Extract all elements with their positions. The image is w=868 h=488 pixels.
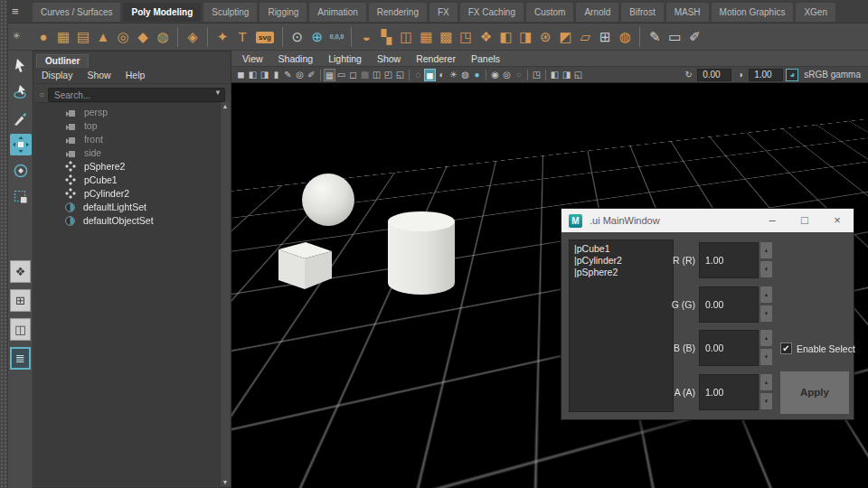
- outliner-item[interactable]: front: [34, 133, 220, 146]
- close-button[interactable]: ×: [821, 209, 854, 232]
- viewport-menu-item[interactable]: Lighting: [328, 53, 362, 64]
- quad-draw-icon[interactable]: ▦: [416, 24, 436, 50]
- mirror-icon[interactable]: ◫: [396, 24, 416, 50]
- ik-handle-icon[interactable]: ⊕: [307, 24, 327, 50]
- outliner-item[interactable]: side: [34, 146, 220, 160]
- spin-down-button[interactable]: ▼: [760, 393, 772, 409]
- safe-title-icon[interactable]: ◱: [394, 69, 406, 81]
- svg-tool-icon[interactable]: svg: [256, 32, 274, 43]
- extrude-icon[interactable]: ◳: [456, 24, 476, 50]
- colorspace-label[interactable]: sRGB gamma: [804, 70, 861, 80]
- circularize-icon[interactable]: ⊛: [535, 24, 555, 50]
- move-tool[interactable]: [10, 134, 32, 155]
- shelf-tab[interactable]: FX: [429, 3, 458, 22]
- copy-layer-icon[interactable]: ◧: [549, 69, 561, 81]
- image-plane-icon[interactable]: ✎: [282, 69, 294, 81]
- layout-two-pane[interactable]: ◫: [10, 318, 31, 341]
- snapshot-icon[interactable]: ◱: [572, 69, 584, 81]
- color-management-icon[interactable]: ◕: [786, 69, 798, 81]
- shelf-tab[interactable]: Bifrost: [621, 3, 663, 22]
- spin-down-button[interactable]: ▼: [760, 261, 772, 277]
- outliner-scrollbar[interactable]: ▲ ▼: [220, 102, 230, 486]
- field-chart-icon[interactable]: ◫: [371, 69, 382, 81]
- xray-joints-icon[interactable]: ◎: [501, 69, 513, 81]
- shelf-tab[interactable]: Curves / Surfaces: [33, 3, 120, 22]
- spin-down-button[interactable]: ▼: [760, 305, 772, 322]
- poly-sphere-icon[interactable]: ●: [33, 24, 53, 50]
- gamma-icon[interactable]: ◑: [734, 69, 746, 81]
- shadows-icon[interactable]: ◍: [459, 69, 471, 81]
- poly-cone-icon[interactable]: ▲: [93, 24, 113, 50]
- toolbar-separator[interactable]: [320, 70, 321, 80]
- poly-cube-icon[interactable]: ▦: [53, 24, 73, 50]
- shelf-separator[interactable]: [207, 27, 208, 47]
- layout-outliner-persp[interactable]: ≣: [10, 347, 31, 370]
- shelf-tab[interactable]: Rendering: [369, 3, 427, 22]
- channel-value-field[interactable]: 0.00: [699, 330, 759, 366]
- rotate-tool[interactable]: [10, 160, 32, 182]
- textured-icon[interactable]: ◐: [436, 69, 448, 81]
- poly-cylinder-icon[interactable]: ▤: [73, 24, 93, 50]
- channel-value-field[interactable]: 1.00: [699, 242, 759, 278]
- cube-object[interactable]: [278, 242, 332, 289]
- combine-icon[interactable]: ◒: [356, 24, 376, 50]
- spin-down-button[interactable]: ▼: [760, 349, 772, 365]
- spin-up-button[interactable]: ▲: [760, 286, 772, 303]
- select-tool[interactable]: [10, 55, 32, 77]
- shelf-tab[interactable]: FX Caching: [460, 3, 524, 22]
- gamma-field[interactable]: 1.00: [749, 69, 783, 81]
- shelf-separator[interactable]: [177, 27, 178, 47]
- resolution-gate-icon[interactable]: ◻: [347, 69, 359, 81]
- viewport-menu-item[interactable]: Shading: [278, 53, 314, 64]
- platonic-solid-icon[interactable]: ◈: [183, 24, 203, 50]
- curve-pen-icon[interactable]: ✎: [645, 24, 665, 50]
- lasso-select-tool[interactable]: [10, 81, 32, 103]
- toolbar-separator[interactable]: [545, 70, 546, 80]
- shelf-tab[interactable]: MASH: [666, 3, 709, 22]
- outliner-item[interactable]: top: [34, 119, 220, 133]
- pencil-curve-icon[interactable]: ✐: [684, 24, 704, 50]
- edit-curve-icon[interactable]: ▭: [665, 24, 684, 50]
- shelf-menu-icon[interactable]: ≡: [12, 5, 19, 18]
- shelf-tab[interactable]: Animation: [309, 3, 365, 22]
- exposure-field[interactable]: 0.00: [697, 69, 731, 81]
- plugin-shapes-icon[interactable]: ◳: [531, 69, 542, 81]
- lock-camera-icon[interactable]: ◧: [247, 69, 259, 81]
- poly-text-icon[interactable]: T: [232, 24, 252, 50]
- shelf-separator[interactable]: [351, 27, 352, 47]
- spin-up-button[interactable]: ▲: [760, 330, 772, 346]
- window-titlebar[interactable]: M .ui MainWindow – □ ×: [561, 209, 854, 232]
- grid-toggle-icon[interactable]: ▦: [324, 69, 335, 81]
- bridge-icon[interactable]: ◨: [515, 24, 535, 50]
- cylinder-object[interactable]: [388, 211, 455, 295]
- scale-tool[interactable]: [10, 186, 32, 208]
- multi-cut-icon[interactable]: ❖: [476, 24, 495, 50]
- filter-icon[interactable]: ○: [39, 89, 44, 99]
- viewport-menu-item[interactable]: Panels: [471, 53, 500, 64]
- paint-select-tool[interactable]: [10, 108, 32, 129]
- outliner-item[interactable]: persp: [34, 106, 220, 119]
- toolbar-separator[interactable]: [527, 70, 528, 80]
- viewport-menu-item[interactable]: Show: [377, 53, 401, 64]
- spread-sheet-icon[interactable]: ▱: [575, 24, 595, 50]
- outliner-item[interactable]: pSphere2: [34, 160, 220, 174]
- outliner-menu-item[interactable]: Show: [87, 70, 110, 80]
- lattice-icon[interactable]: ⊞: [595, 24, 615, 50]
- fold-icon[interactable]: ◩: [555, 24, 575, 50]
- snap-to-origin-icon[interactable]: 0,0,0: [330, 33, 344, 42]
- target-weld-icon[interactable]: ◧: [495, 24, 515, 50]
- channel-value-field[interactable]: 0.00: [699, 286, 759, 323]
- shelf-tab[interactable]: XGen: [796, 3, 835, 22]
- shelf-tab[interactable]: Motion Graphics: [712, 3, 794, 22]
- scroll-up-icon[interactable]: ▲: [221, 103, 230, 109]
- spin-up-button[interactable]: ▲: [760, 374, 772, 390]
- wireframe-icon[interactable]: ◌: [412, 69, 424, 81]
- boolean-icon[interactable]: ▚: [376, 24, 396, 50]
- sphere-object[interactable]: [302, 174, 354, 226]
- super-shape-icon[interactable]: ✦: [212, 24, 232, 50]
- paste-layer-icon[interactable]: ◨: [561, 69, 572, 81]
- panel-grip-handle[interactable]: [0, 0, 8, 488]
- minimize-button[interactable]: –: [756, 209, 788, 232]
- exposure-icon[interactable]: ↻: [683, 69, 694, 81]
- film-gate-icon[interactable]: ▭: [335, 69, 347, 81]
